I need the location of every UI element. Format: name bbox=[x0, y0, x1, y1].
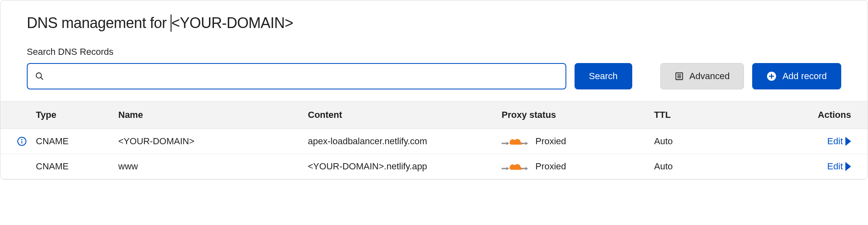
cell-name: <YOUR-DOMAIN> bbox=[118, 136, 308, 147]
cell-ttl: Auto bbox=[654, 161, 737, 172]
search-input[interactable] bbox=[50, 70, 558, 82]
th-content[interactable]: Content bbox=[308, 110, 502, 120]
search-button[interactable]: Search bbox=[575, 63, 632, 89]
svg-marker-21 bbox=[845, 162, 851, 171]
edit-label: Edit bbox=[827, 136, 843, 147]
cell-proxy: Proxied bbox=[535, 136, 566, 147]
records-table: Type Name Content Proxy status TTL Actio… bbox=[0, 101, 868, 179]
cell-ttl: Auto bbox=[654, 136, 737, 147]
add-record-button-label: Add record bbox=[782, 71, 827, 82]
table-row: CNAME www <YOUR-DOMAIN>.netlify.app Prox… bbox=[0, 154, 868, 179]
list-icon bbox=[675, 72, 684, 81]
th-ttl[interactable]: TTL bbox=[654, 110, 737, 120]
toolbar: Search Advanced Add record bbox=[27, 63, 841, 89]
title-prefix: DNS management for bbox=[27, 14, 171, 31]
search-icon bbox=[35, 72, 44, 81]
edit-action[interactable]: Edit bbox=[737, 161, 851, 172]
cell-proxy: Proxied bbox=[535, 161, 566, 172]
cloud-proxied-icon bbox=[502, 161, 528, 172]
svg-marker-13 bbox=[507, 142, 509, 145]
search-button-label: Search bbox=[589, 71, 618, 82]
th-type[interactable]: Type bbox=[36, 110, 118, 120]
edit-action[interactable]: Edit bbox=[737, 136, 851, 147]
edit-label: Edit bbox=[827, 161, 843, 172]
cell-type: CNAME bbox=[36, 161, 118, 172]
th-name[interactable]: Name bbox=[118, 110, 308, 120]
search-label: Search DNS Records bbox=[27, 47, 851, 57]
chevron-right-icon bbox=[845, 162, 851, 171]
advanced-button-label: Advanced bbox=[690, 71, 730, 82]
cell-type: CNAME bbox=[36, 136, 118, 147]
dns-panel: DNS management for <YOUR-DOMAIN> Search … bbox=[0, 0, 868, 180]
advanced-button[interactable]: Advanced bbox=[660, 63, 744, 89]
svg-line-1 bbox=[41, 77, 43, 80]
info-icon[interactable] bbox=[17, 136, 27, 146]
chevron-right-icon bbox=[845, 137, 851, 146]
th-actions: Actions bbox=[737, 110, 851, 120]
svg-point-11 bbox=[21, 139, 22, 140]
svg-point-0 bbox=[36, 73, 42, 78]
table-row: CNAME <YOUR-DOMAIN> apex-loadbalancer.ne… bbox=[0, 129, 868, 154]
search-field-wrap[interactable] bbox=[27, 63, 566, 89]
th-proxy[interactable]: Proxy status bbox=[502, 110, 654, 120]
add-record-button[interactable]: Add record bbox=[752, 63, 841, 89]
cell-content: apex-loadbalancer.netlify.com bbox=[308, 136, 502, 147]
cell-name: www bbox=[118, 161, 308, 172]
svg-marker-16 bbox=[845, 137, 851, 146]
page-title: DNS management for <YOUR-DOMAIN> bbox=[27, 14, 851, 32]
svg-marker-20 bbox=[525, 167, 528, 170]
cloud-proxied-icon bbox=[502, 136, 528, 147]
table-header: Type Name Content Proxy status TTL Actio… bbox=[0, 101, 868, 129]
svg-marker-15 bbox=[525, 142, 528, 145]
title-domain: <YOUR-DOMAIN> bbox=[171, 14, 293, 32]
svg-marker-18 bbox=[507, 167, 509, 170]
plus-circle-icon bbox=[767, 71, 777, 81]
cell-content: <YOUR-DOMAIN>.netlify.app bbox=[308, 161, 502, 172]
